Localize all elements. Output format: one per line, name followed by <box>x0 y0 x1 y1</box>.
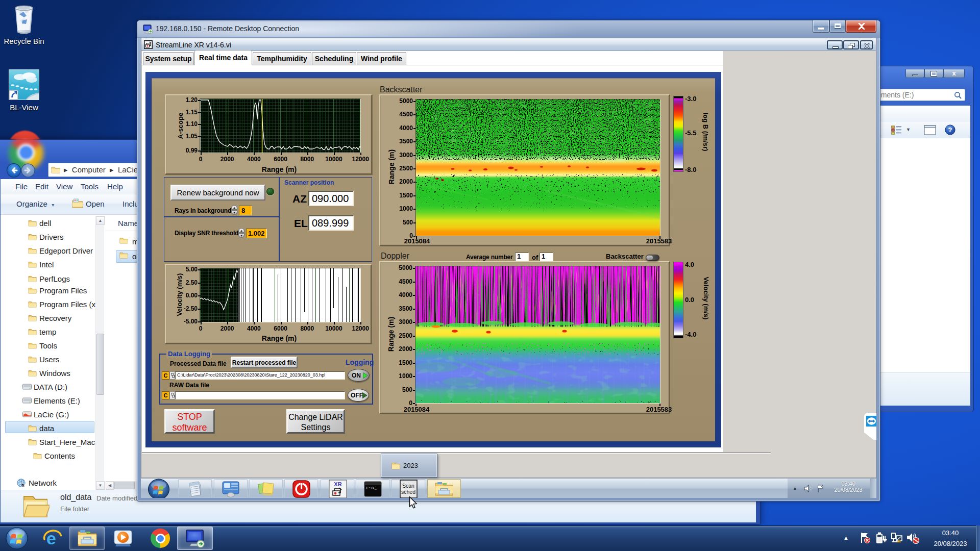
svg-text:C:\>_: C:\>_ <box>366 486 377 490</box>
svg-text:sched: sched <box>401 489 415 495</box>
svg-text:Scan: Scan <box>402 483 414 489</box>
svg-text:?: ? <box>948 126 952 134</box>
svg-text:!: ! <box>899 539 900 542</box>
svg-text:XR: XR <box>334 481 341 487</box>
